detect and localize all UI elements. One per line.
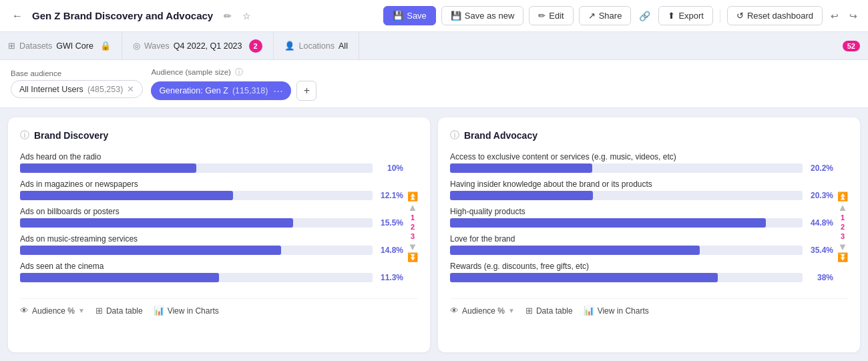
sort-down-double-icon[interactable]: ⏬	[407, 253, 418, 262]
brand-advocacy-bars: Access to exclusive content or services …	[450, 152, 833, 289]
bar-fill	[450, 218, 766, 228]
locations-icon: 👤	[284, 41, 295, 51]
save-icon: 💾	[393, 11, 403, 21]
link-button[interactable]: 🔗	[636, 8, 653, 24]
brand-advocacy-title: Brand Advocacy	[464, 130, 537, 141]
brand-advocacy-row: Rewards (e.g. discounts, free gifts, etc…	[450, 262, 833, 282]
audience-sample-group: Audience (sample size) ⓘ Generation: Gen…	[151, 67, 316, 101]
bar-percentage: 10%	[378, 163, 403, 173]
audience-options-button[interactable]: ⋯	[273, 85, 283, 97]
brand-discovery-sort: ⏫ ▲ 1 2 3 ▼ ⏬	[403, 152, 418, 289]
brand-discovery-row: Ads on billboards or posters 15.5%	[20, 207, 403, 228]
audience-pill[interactable]: Generation: Gen Z (115,318) ⋯	[151, 81, 291, 100]
redo-button[interactable]: ↪	[847, 8, 860, 24]
sort-down-icon-2[interactable]: ▼	[838, 242, 848, 252]
bar-label: Access to exclusive content or services …	[450, 152, 833, 161]
base-audience-value: All Internet Users	[19, 85, 83, 94]
bar-wrap: 20.2%	[450, 163, 833, 173]
brand-discovery-row: Ads in magazines or newspapers 12.1%	[20, 179, 403, 200]
bar-label: High-quality products	[450, 207, 833, 216]
sort-up-double-icon-2[interactable]: ⏫	[837, 192, 848, 201]
brand-advocacy-row: Access to exclusive content or services …	[450, 152, 833, 173]
filter-grid-icon: ⊞	[8, 41, 15, 51]
brand-advocacy-chart-area: Access to exclusive content or services …	[450, 152, 848, 289]
info-icon: ⓘ	[235, 67, 243, 77]
sort-up-icon[interactable]: ▲	[408, 202, 418, 212]
base-audience-remove[interactable]: ✕	[127, 84, 134, 94]
view-charts-button-2[interactable]: 📊 View in Charts	[584, 306, 649, 316]
audience-pct-button-2[interactable]: 👁 Audience % ▼	[450, 306, 515, 316]
bar-label: Ads heard on the radio	[20, 152, 403, 161]
audience-bar: Base audience All Internet Users (485,25…	[0, 60, 868, 108]
bar-wrap: 38%	[450, 273, 833, 282]
brand-discovery-row: Ads seen at the cinema 11.3%	[20, 262, 403, 282]
base-audience-label: Base audience	[11, 69, 143, 77]
bar-percentage: 15.5%	[378, 218, 403, 228]
reset-dashboard-button[interactable]: ↺ Reset dashboard	[727, 6, 823, 25]
waves-icon: ◎	[133, 41, 140, 51]
bar-wrap: 20.3%	[450, 191, 833, 200]
edit-title-button[interactable]: ✏	[221, 8, 234, 24]
brand-discovery-footer: 👁 Audience % ▼ ⊞ Data table 📊 View in Ch…	[20, 298, 418, 316]
brand-advocacy-row: Having insider knowledge about the brand…	[450, 179, 833, 200]
brand-advocacy-footer: 👁 Audience % ▼ ⊞ Data table 📊 View in Ch…	[450, 298, 848, 316]
brand-advocacy-sort: ⏫ ▲ 1 2 3 ▼ ⏬	[833, 152, 848, 289]
sort-num-1: 1	[411, 214, 415, 222]
bar-percentage: 14.8%	[378, 246, 403, 255]
audience-sample-label: Audience (sample size) ⓘ	[151, 67, 316, 78]
card-info-icon: ⓘ	[20, 129, 29, 141]
save-as-new-button[interactable]: 💾 Save as new	[441, 6, 523, 25]
sort-down-double-icon-2[interactable]: ⏬	[837, 253, 848, 262]
star-button[interactable]: ☆	[240, 8, 254, 24]
add-audience-button[interactable]: +	[296, 81, 316, 101]
bar-fill	[20, 163, 196, 173]
sort-up-double-icon[interactable]: ⏫	[407, 192, 418, 201]
bar-percentage: 12.1%	[378, 191, 403, 200]
export-button[interactable]: ⬆ Export	[658, 6, 713, 25]
table-icon-2: ⊞	[525, 306, 533, 316]
bar-wrap: 11.3%	[20, 273, 403, 282]
bar-background	[20, 163, 373, 173]
edit-button[interactable]: ✏ Edit	[529, 6, 573, 25]
data-table-button[interactable]: ⊞ Data table	[95, 306, 143, 316]
brand-discovery-title: Brand Discovery	[34, 130, 108, 141]
bar-background	[450, 218, 803, 228]
sort-down-icon[interactable]: ▼	[408, 242, 418, 252]
bar-fill	[450, 163, 592, 173]
share-button[interactable]: ↗ Share	[579, 6, 632, 25]
audience-count: (115,318)	[232, 86, 268, 95]
bar-background	[450, 246, 803, 255]
waves-filter[interactable]: ◎ Waves Q4 2022, Q1 2023 2	[122, 32, 274, 59]
audience-icon-2: 👁	[450, 306, 459, 316]
sort-up-icon-2[interactable]: ▲	[838, 202, 848, 212]
locations-filter[interactable]: 👤 Locations All	[274, 32, 359, 59]
bar-fill	[450, 191, 593, 200]
bar-fill	[20, 218, 293, 228]
waves-badge: 2	[249, 39, 262, 53]
data-table-button-2[interactable]: ⊞ Data table	[525, 306, 573, 316]
view-charts-button[interactable]: 📊 View in Charts	[154, 306, 219, 316]
base-audience-pill[interactable]: All Internet Users (485,253) ✕	[11, 80, 143, 98]
bar-wrap: 12.1%	[20, 191, 403, 200]
table-icon: ⊞	[95, 306, 103, 316]
save-button[interactable]: 💾 Save	[383, 6, 436, 25]
audience-icon: 👁	[20, 306, 29, 316]
lock-icon: 🔒	[100, 41, 111, 51]
page-title: Gen Z Brand Discovery and Advocacy	[32, 10, 213, 21]
sort-num-3: 3	[411, 232, 415, 240]
save-new-icon: 💾	[451, 11, 461, 21]
locations-badge: 52	[843, 41, 860, 51]
edit-icon: ✏	[538, 11, 546, 21]
brand-discovery-bars: Ads heard on the radio 10% Ads in magazi…	[20, 152, 403, 289]
bar-background	[450, 273, 803, 282]
audience-pct-button[interactable]: 👁 Audience % ▼	[20, 306, 85, 316]
base-audience-group: Base audience All Internet Users (485,25…	[11, 69, 143, 98]
back-button[interactable]: ←	[8, 7, 27, 25]
dropdown-arrow-icon: ▼	[78, 307, 85, 314]
bar-label: Rewards (e.g. discounts, free gifts, etc…	[450, 262, 833, 271]
undo-button[interactable]: ↩	[828, 8, 841, 24]
bar-label: Love for the brand	[450, 234, 833, 244]
sort-num-2: 2	[411, 223, 415, 231]
bar-fill	[20, 246, 281, 255]
datasets-filter[interactable]: ⊞ Datasets GWI Core 🔒	[8, 32, 122, 59]
